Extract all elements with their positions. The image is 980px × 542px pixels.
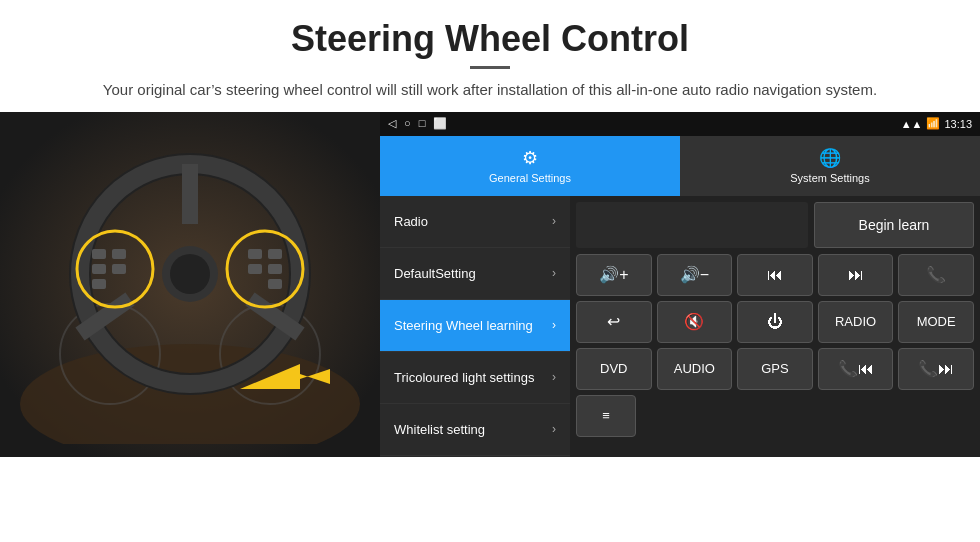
phone-prev-button[interactable]: 📞⏮ xyxy=(818,348,894,390)
nav-icons: ◁ ○ □ ⬜ xyxy=(388,117,447,130)
audio-label: AUDIO xyxy=(674,361,715,376)
content-area: Radio › DefaultSetting › Steering Wheel … xyxy=(380,196,980,457)
hang-up-button[interactable]: ↩ xyxy=(576,301,652,343)
left-menu: Radio › DefaultSetting › Steering Wheel … xyxy=(380,196,570,457)
power-button[interactable]: ⏻ xyxy=(737,301,813,343)
signal-icon: ▲▲ xyxy=(901,118,923,130)
svg-rect-15 xyxy=(112,264,126,274)
svg-rect-20 xyxy=(268,264,282,274)
bottom-section: ◁ ○ □ ⬜ ▲▲ 📶 13:13 ⚙ General Settings xyxy=(0,112,980,457)
menu-item-radio[interactable]: Radio › xyxy=(380,196,570,248)
phone-prev-icon: 📞⏮ xyxy=(838,359,874,378)
mute-icon: 🔇 xyxy=(684,312,704,331)
home-icon[interactable]: ○ xyxy=(404,117,411,130)
svg-rect-13 xyxy=(92,264,106,274)
mode-label: MODE xyxy=(917,314,956,329)
menu-item-steering-label: Steering Wheel learning xyxy=(394,318,552,333)
dvd-label: DVD xyxy=(600,361,627,376)
menu-item-radio-label: Radio xyxy=(394,214,552,229)
chevron-icon-radio: › xyxy=(552,214,556,228)
button-row-4: ≡ xyxy=(576,395,974,437)
android-ui: ◁ ○ □ ⬜ ▲▲ 📶 13:13 ⚙ General Settings xyxy=(380,112,980,457)
status-bar: ◁ ○ □ ⬜ ▲▲ 📶 13:13 xyxy=(380,112,980,136)
menu-item-whitelist-label: Whitelist setting xyxy=(394,422,552,437)
svg-rect-18 xyxy=(248,264,262,274)
chevron-icon-whitelist: › xyxy=(552,422,556,436)
top-row: Begin learn xyxy=(576,202,974,248)
wifi-icon: 📶 xyxy=(926,117,940,130)
chevron-icon-default: › xyxy=(552,266,556,280)
hang-up-icon: ↩ xyxy=(607,312,620,331)
chevron-icon-steering: › xyxy=(552,318,556,332)
right-panel: Begin learn 🔊+ 🔊− xyxy=(570,196,980,457)
volume-up-icon: 🔊+ xyxy=(599,265,628,284)
car-image-background xyxy=(0,112,380,457)
menu-item-whitelist[interactable]: Whitelist setting › xyxy=(380,404,570,456)
system-settings-icon: 🌐 xyxy=(819,147,841,169)
next-track-icon: ⏭ xyxy=(848,266,864,284)
button-row-2: ↩ 🔇 ⏻ RADIO MOD xyxy=(576,301,974,343)
phone-icon: 📞 xyxy=(926,265,946,284)
svg-rect-12 xyxy=(92,249,106,259)
svg-rect-17 xyxy=(248,249,262,259)
empty-area xyxy=(576,202,808,248)
tab-bar: ⚙ General Settings 🌐 System Settings xyxy=(380,136,980,196)
chevron-icon-tricoloured: › xyxy=(552,370,556,384)
volume-down-icon: 🔊− xyxy=(680,265,709,284)
page-subtitle: Your original car’s steering wheel contr… xyxy=(20,79,960,102)
status-right: ▲▲ 📶 13:13 xyxy=(901,117,972,130)
tab-system-label: System Settings xyxy=(790,172,869,184)
dvd-button[interactable]: DVD xyxy=(576,348,652,390)
svg-point-9 xyxy=(170,254,210,294)
radio-label: RADIO xyxy=(835,314,876,329)
media-icon: ≡ xyxy=(602,408,610,423)
audio-button[interactable]: AUDIO xyxy=(657,348,733,390)
next-track-button[interactable]: ⏭ xyxy=(818,254,894,296)
prev-track-icon: ⏮ xyxy=(767,266,783,284)
title-divider xyxy=(470,66,510,69)
steering-wheel-svg xyxy=(20,124,360,444)
gps-label: GPS xyxy=(761,361,788,376)
menu-item-steering-wheel[interactable]: Steering Wheel learning › xyxy=(380,300,570,352)
general-settings-icon: ⚙ xyxy=(522,147,538,169)
svg-rect-21 xyxy=(268,279,282,289)
media-button[interactable]: ≡ xyxy=(576,395,636,437)
tab-system-settings[interactable]: 🌐 System Settings xyxy=(680,136,980,196)
tab-general-settings[interactable]: ⚙ General Settings xyxy=(380,136,680,196)
svg-rect-14 xyxy=(112,249,126,259)
menu-item-tricoloured-label: Tricoloured light settings xyxy=(394,370,552,385)
mute-button[interactable]: 🔇 xyxy=(657,301,733,343)
prev-track-button[interactable]: ⏮ xyxy=(737,254,813,296)
page-title: Steering Wheel Control xyxy=(20,18,960,60)
begin-learn-label: Begin learn xyxy=(859,217,930,233)
phone-next-button[interactable]: 📞⏭ xyxy=(898,348,974,390)
button-grid: 🔊+ 🔊− ⏮ ⏭ 📞 xyxy=(576,254,974,451)
menu-item-default-setting[interactable]: DefaultSetting › xyxy=(380,248,570,300)
screenshot-icon[interactable]: ⬜ xyxy=(433,117,447,130)
tab-general-label: General Settings xyxy=(489,172,571,184)
recent-icon[interactable]: □ xyxy=(419,117,426,130)
phone-button[interactable]: 📞 xyxy=(898,254,974,296)
phone-next-icon: 📞⏭ xyxy=(918,359,954,378)
page-container: Steering Wheel Control Your original car… xyxy=(0,0,980,457)
power-icon: ⏻ xyxy=(767,313,783,331)
gps-button[interactable]: GPS xyxy=(737,348,813,390)
menu-item-tricoloured[interactable]: Tricoloured light settings › xyxy=(380,352,570,404)
header-section: Steering Wheel Control Your original car… xyxy=(0,0,980,112)
volume-up-button[interactable]: 🔊+ xyxy=(576,254,652,296)
button-row-3: DVD AUDIO GPS 📞⏮ xyxy=(576,348,974,390)
back-icon[interactable]: ◁ xyxy=(388,117,396,130)
radio-button[interactable]: RADIO xyxy=(818,301,894,343)
svg-rect-16 xyxy=(92,279,106,289)
begin-learn-button[interactable]: Begin learn xyxy=(814,202,974,248)
menu-item-default-label: DefaultSetting xyxy=(394,266,552,281)
car-image-area xyxy=(0,112,380,457)
clock: 13:13 xyxy=(944,118,972,130)
svg-rect-19 xyxy=(268,249,282,259)
button-row-1: 🔊+ 🔊− ⏮ ⏭ 📞 xyxy=(576,254,974,296)
volume-down-button[interactable]: 🔊− xyxy=(657,254,733,296)
mode-button[interactable]: MODE xyxy=(898,301,974,343)
